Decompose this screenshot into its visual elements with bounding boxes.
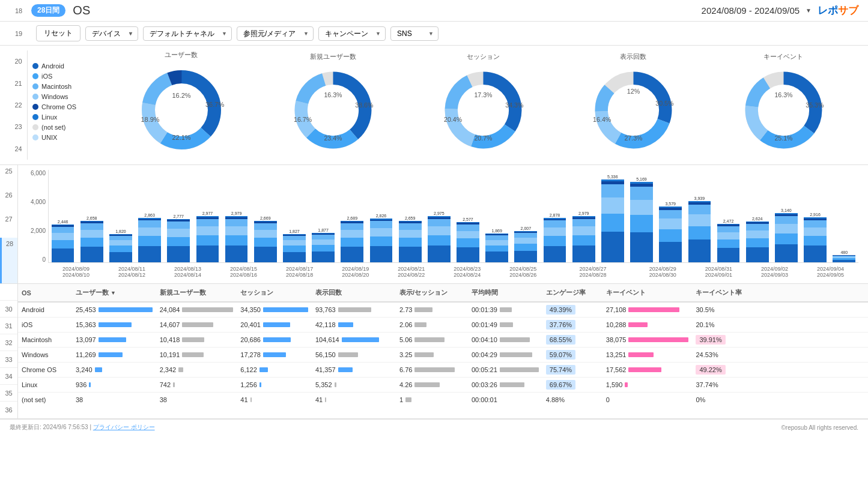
col-views[interactable]: 表示回数	[312, 284, 396, 302]
legend-item-unix: UNIX	[32, 134, 105, 141]
bar-group-15[interactable]: 2,577	[454, 217, 482, 262]
bar-group-20-peak[interactable]: 5,336	[598, 175, 627, 262]
ios-dot	[32, 73, 38, 79]
row-numbers-20-24: 20 21 22 23 24	[10, 50, 28, 160]
bar-users-windows	[99, 352, 123, 357]
bar-group-24[interactable]: 2,472	[714, 219, 742, 262]
y-label-4000: 4,000	[23, 199, 46, 205]
table-row-macintosh: Macintosh 13,097 10,418	[18, 333, 868, 348]
channel-select[interactable]: デフォルトチャネル	[143, 26, 232, 41]
bar-group-25[interactable]: 2,624	[743, 217, 771, 262]
bar-ke-android	[628, 307, 679, 312]
bar-group-27[interactable]: 2,916	[801, 212, 829, 262]
bar-group-23[interactable]: 3,939	[685, 196, 714, 262]
cell-views-windows: 56,150	[312, 348, 396, 363]
cell-views-android: 93,763	[312, 302, 396, 318]
bar-avgtime-ios	[500, 322, 513, 327]
campaign-filter[interactable]: キャンペーン ▼	[318, 26, 386, 41]
svg-text:16.4%: 16.4%	[593, 115, 612, 122]
cell-sessions-linux: 1,256	[237, 378, 312, 393]
cell-os-windows: Windows	[18, 348, 72, 363]
bar-group-3[interactable]: 1,820	[106, 229, 135, 262]
cell-keyevents-notset: 0	[602, 393, 693, 408]
cell-users-macintosh: 13,097	[72, 333, 156, 348]
bar-group-6[interactable]: 2,977	[193, 211, 222, 262]
bar-group-16[interactable]: 1,869	[483, 229, 511, 262]
legend-item-chromeos: Chrome OS	[32, 103, 105, 110]
col-avgtime[interactable]: 平均時間	[468, 284, 542, 302]
bar-vps-ios	[414, 322, 426, 327]
bar-vps-linux	[414, 382, 440, 387]
cell-newusers-linux: 742	[156, 378, 237, 393]
cell-engage-notset: 4.88%	[542, 393, 602, 408]
bar-group-13[interactable]: 2,659	[396, 216, 424, 262]
col-vps[interactable]: 表示/セッション	[396, 284, 468, 302]
legend-chromeos-label: Chrome OS	[41, 103, 76, 110]
col-newusers[interactable]: 新規ユーザー数	[156, 284, 237, 302]
col-sessions[interactable]: セッション	[237, 284, 312, 302]
android-dot	[32, 63, 38, 69]
bar-group-19[interactable]: 2,979	[569, 211, 598, 262]
legend-unix-label: UNIX	[41, 134, 57, 141]
bar-group-4[interactable]: 2,863	[136, 213, 164, 262]
sns-filter[interactable]: SNS ▼	[390, 26, 439, 41]
cell-keyrate-macintosh: 39.91%	[692, 333, 868, 348]
bar-group-21-peak[interactable]: 5,169	[627, 177, 655, 262]
bar-group-1[interactable]: 2,446	[49, 220, 77, 262]
col-engage[interactable]: エンゲージ率	[542, 284, 602, 302]
channel-filter[interactable]: デフォルトチャネル ▼	[143, 26, 232, 41]
dropdown-icon[interactable]: ▼	[806, 7, 812, 14]
bar-avgtime-chromeos	[500, 367, 539, 372]
bar-ke-chromeos	[628, 367, 661, 372]
bar-group-7[interactable]: 2,979	[222, 211, 250, 262]
bar-group-22[interactable]: 3,579	[657, 202, 685, 262]
col-keyevents[interactable]: キーイベント	[602, 284, 693, 302]
footer-privacy[interactable]: プライバシー ポリシー	[93, 424, 155, 430]
bar-windows	[52, 233, 74, 240]
donut-views-chart: 12% 30.5% 27.3% 16.4%	[587, 64, 680, 157]
bar-group-8[interactable]: 2,669	[251, 216, 279, 262]
bar-stack-1	[52, 224, 74, 262]
cell-engage-macintosh: 68.55%	[542, 333, 602, 348]
bar-users-chromeos	[95, 367, 102, 372]
bar-group-14[interactable]: 2,975	[425, 211, 453, 262]
cell-os-notset: (not set)	[18, 393, 72, 408]
legend-item-ios: iOS	[32, 73, 105, 80]
bar-group-5[interactable]: 2,777	[165, 214, 193, 262]
donut-newusers-chart: 16.3% 38.6% 23.4% 16.7%	[287, 64, 380, 157]
bar-group-17[interactable]: 2,007	[512, 226, 540, 262]
date-range: 2024/08/09 - 2024/09/05	[702, 5, 800, 16]
cell-os-android: Android	[18, 302, 72, 318]
bar-group-12[interactable]: 2,826	[367, 214, 395, 262]
bar-group-9[interactable]: 1,827	[280, 229, 308, 262]
bar-group-18[interactable]: 2,878	[541, 213, 569, 262]
legend-ios-label: iOS	[41, 73, 52, 80]
sns-select[interactable]: SNS	[390, 26, 439, 41]
cell-users-ios: 15,363	[72, 318, 156, 333]
cell-users-chromeos: 3,240	[72, 363, 156, 378]
svg-text:16.7%: 16.7%	[294, 115, 312, 122]
device-filter[interactable]: デバイス ▼	[85, 26, 138, 41]
device-select[interactable]: デバイス	[85, 26, 138, 41]
charts-section: 20 21 22 23 24 Android iOS Macintosh Win…	[0, 46, 868, 165]
bar-mac	[52, 227, 74, 233]
bar-views-chromeos	[338, 367, 353, 372]
bar-group-11[interactable]: 2,689	[338, 216, 366, 262]
source-select[interactable]: 参照元/メディア	[237, 26, 314, 41]
svg-text:30.5%: 30.5%	[655, 99, 674, 106]
legend-macintosh-label: Macintosh	[41, 83, 71, 90]
reset-button[interactable]: リセット	[36, 25, 80, 41]
campaign-select[interactable]: キャンペーン	[318, 26, 386, 41]
bar-views-macintosh	[342, 337, 379, 342]
bar-vps-android	[414, 307, 432, 312]
cell-sessions-chromeos: 6,122	[237, 363, 312, 378]
source-filter[interactable]: 参照元/メディア ▼	[237, 26, 314, 41]
bar-group-10[interactable]: 1,877	[309, 228, 338, 262]
cell-avgtime-notset: 00:00:01	[468, 393, 542, 408]
col-users[interactable]: ユーザー数 ▼	[72, 284, 156, 302]
bar-group-2[interactable]: 2,658	[77, 216, 106, 262]
col-keyrate[interactable]: キーイベント率	[692, 284, 868, 302]
bar-group-26[interactable]: 3,140	[772, 208, 800, 262]
bar-group-28-last[interactable]: 480	[830, 250, 858, 262]
bar-ke-linux	[625, 382, 628, 387]
